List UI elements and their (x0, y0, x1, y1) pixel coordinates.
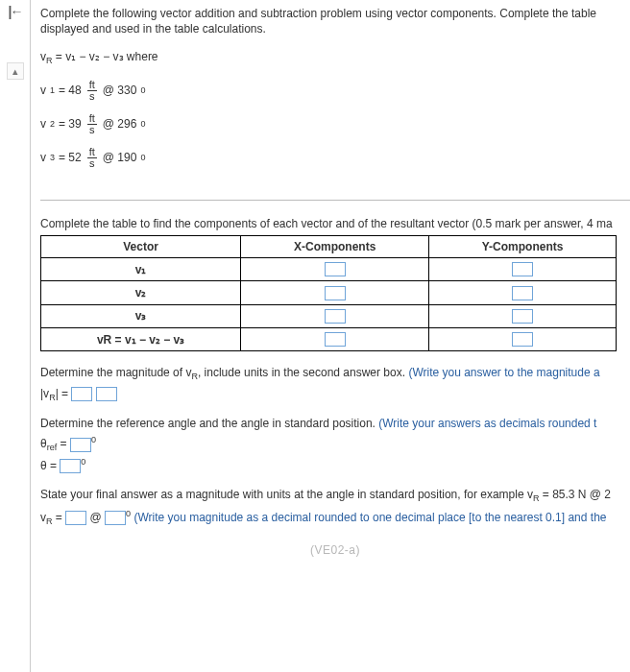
thetaref-sup: 0 (91, 435, 96, 444)
row2-label: v₂ (41, 281, 241, 304)
final-eq: = (53, 511, 66, 524)
left-gutter: |← ▴ (0, 0, 31, 672)
g3-eq: = 52 (59, 151, 82, 164)
qfinal-example: = 85.3 N @ 2 (539, 488, 611, 501)
intro-text: Complete the following vector addition a… (40, 6, 630, 36)
question-final: State your final answer as a magnitude w… (40, 487, 630, 505)
table-row: v₃ (41, 304, 617, 327)
row1-label: v₁ (41, 257, 241, 280)
row1-x (241, 257, 429, 280)
thetaref-sym: θ (40, 437, 47, 450)
final-at: @ (86, 511, 105, 524)
th-vector: Vector (41, 235, 241, 257)
table-row: vR = v₁ − v₂ − v₃ (41, 327, 617, 350)
row3-y (429, 304, 617, 327)
theta-ref-line: θref = 0 (40, 435, 630, 452)
row3-x (241, 304, 429, 327)
g2-deg: 0 (140, 119, 145, 129)
g3-at: @ 190 (103, 151, 137, 164)
g1-at: @ 330 (103, 84, 137, 97)
g2-unit: fts (87, 113, 97, 135)
th-x: X-Components (241, 235, 429, 257)
thetaref-sub: ref (47, 444, 58, 453)
collapse-icon[interactable]: |← (9, 4, 22, 19)
qmag-text2: , include units in the second answer box… (198, 366, 408, 379)
components-table: Vector X-Components Y-Components v₁ v₂ v… (40, 235, 617, 351)
input-v2-x[interactable] (325, 286, 346, 300)
th-y: Y-Components (429, 235, 617, 257)
g1-unit: fts (87, 80, 97, 102)
given-v3: v3 = 52 fts @ 1900 (40, 147, 630, 169)
row4-label: vR = v₁ − v₂ − v₃ (41, 327, 241, 350)
row2-y (429, 281, 617, 304)
resultant-formula: vR = v₁ − v₂ − v₃ where (40, 50, 630, 65)
g1-sub: 1 (50, 85, 55, 95)
input-v1-x[interactable] (325, 262, 346, 276)
page-root: |← ▴ Complete the following vector addit… (0, 0, 630, 672)
input-magnitude-units[interactable] (96, 387, 117, 401)
final-hint: (Write you magnitude as a decimal rounde… (131, 511, 606, 524)
input-magnitude-value[interactable] (71, 387, 92, 401)
theta-sym: θ = (40, 459, 60, 472)
given-v1: v1 = 48 fts @ 3300 (40, 80, 630, 102)
qang-text: Determine the reference angle and the an… (40, 417, 378, 430)
mag-post: | = (56, 387, 72, 400)
qfinal-text: State your final answer as a magnitude w… (40, 488, 533, 501)
input-vr-y[interactable] (512, 332, 533, 347)
question-angle: Determine the reference angle and the an… (40, 416, 630, 431)
g3-label: v (40, 151, 46, 164)
table-intro: Complete the table to find the component… (40, 216, 630, 231)
input-v2-y[interactable] (512, 286, 533, 300)
input-theta[interactable] (60, 459, 81, 473)
input-v1-y[interactable] (512, 262, 533, 276)
g1-label: v (40, 84, 46, 97)
thetaref-eq: = (57, 437, 70, 450)
qmag-hint: (Write you answer to the magnitude a (408, 366, 599, 379)
input-v3-x[interactable] (325, 309, 346, 324)
row2-x (241, 281, 429, 304)
g2-label: v (40, 117, 46, 131)
g3-unit: fts (87, 147, 97, 169)
input-v3-y[interactable] (512, 309, 533, 324)
table-row: v₂ (41, 281, 617, 304)
footer-code: (VE02-a) (40, 543, 630, 557)
g2-at: @ 296 (103, 117, 137, 131)
g2-eq: = 39 (59, 117, 82, 131)
theta-sup: 0 (81, 457, 85, 467)
question-magnitude: Determine the magnitude of vR, include u… (40, 365, 630, 383)
final-answer-line: vR = @ 0 (Write you magnitude as a decim… (40, 509, 630, 526)
table-row: v₁ (41, 257, 617, 280)
divider (40, 200, 630, 201)
input-theta-ref[interactable] (70, 438, 91, 452)
theta-line: θ = 0 (40, 457, 630, 473)
qmag-text: Determine the magnitude of v (40, 366, 191, 379)
g3-deg: 0 (140, 153, 145, 162)
row4-x (241, 327, 429, 350)
row4-y (429, 327, 617, 350)
input-final-angle[interactable] (105, 511, 126, 525)
g1-eq: = 48 (59, 84, 82, 97)
table-header-row: Vector X-Components Y-Components (41, 235, 617, 257)
caret-up-icon[interactable]: ▴ (7, 62, 24, 80)
formula-rest: = v₁ − v₂ − v₃ where (53, 50, 158, 63)
mag-pre: |v (40, 387, 49, 400)
row3-label: v₃ (41, 304, 241, 327)
row1-y (429, 257, 617, 280)
input-final-magnitude[interactable] (65, 511, 86, 525)
input-vr-x[interactable] (325, 332, 346, 347)
g2-sub: 2 (50, 119, 55, 129)
content-area: Complete the following vector addition a… (31, 0, 630, 672)
given-v2: v2 = 39 fts @ 2960 (40, 113, 630, 135)
g3-sub: 3 (50, 153, 55, 162)
given-section: vR = v₁ − v₂ − v₃ where v1 = 48 fts @ 33… (40, 42, 630, 183)
magnitude-answer: |vR| = (40, 387, 630, 402)
g1-deg: 0 (140, 85, 145, 95)
qang-hint: (Write your answers as decimals rounded … (378, 417, 596, 430)
